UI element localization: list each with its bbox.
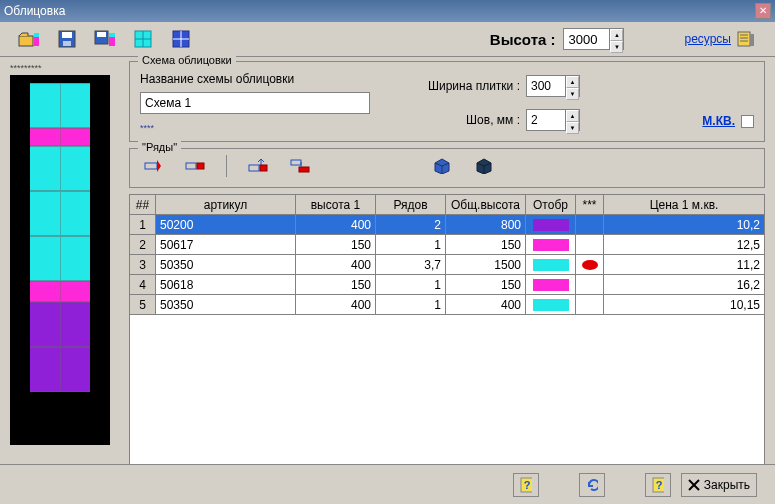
svg-rect-20 — [750, 34, 754, 46]
preview-panel: ********* — [0, 57, 125, 457]
col-star[interactable]: *** — [576, 195, 604, 215]
table-row[interactable]: 550350400140010,15 — [130, 295, 765, 315]
cell-price[interactable]: 16,2 — [604, 275, 765, 295]
svg-rect-9 — [109, 33, 115, 37]
svg-rect-21 — [145, 163, 157, 169]
table-row[interactable]: 3503504003,7150011,2 — [130, 255, 765, 275]
cell-art[interactable]: 50617 — [156, 235, 296, 255]
cell-art[interactable]: 50200 — [156, 215, 296, 235]
cell-color[interactable] — [526, 275, 576, 295]
cell-art[interactable]: 50618 — [156, 275, 296, 295]
cell-mark[interactable] — [576, 275, 604, 295]
spin-up-icon[interactable]: ▲ — [566, 110, 579, 122]
cell-price[interactable]: 11,2 — [604, 255, 765, 275]
cell-h1[interactable]: 150 — [296, 275, 376, 295]
refresh-button[interactable] — [579, 473, 605, 497]
resources-icon[interactable] — [735, 28, 757, 50]
grid-cyan-icon[interactable] — [132, 28, 154, 50]
row-num: 3 — [130, 255, 156, 275]
cell-mark[interactable] — [576, 215, 604, 235]
cell-mark[interactable] — [576, 255, 604, 275]
cell-h1[interactable]: 150 — [296, 235, 376, 255]
preview-tile — [30, 83, 90, 128]
cell-total[interactable]: 1500 — [446, 255, 526, 275]
save-icon[interactable] — [56, 28, 78, 50]
tile-width-input[interactable] — [527, 76, 565, 96]
svg-rect-7 — [97, 32, 106, 37]
cell-mark[interactable] — [576, 295, 604, 315]
mkv-link[interactable]: М.КВ. — [702, 114, 735, 128]
grid-blue-icon[interactable] — [170, 28, 192, 50]
footer: ? ? Закрыть — [0, 464, 775, 504]
seam-input[interactable] — [527, 110, 565, 130]
height-input[interactable] — [564, 29, 609, 49]
cell-price[interactable]: 10,2 — [604, 215, 765, 235]
window-title: Облицовка — [4, 4, 755, 18]
cell-rows[interactable]: 2 — [376, 215, 446, 235]
scheme-mini: **** — [140, 123, 390, 133]
row-copy-icon[interactable] — [289, 155, 311, 177]
svg-rect-4 — [62, 32, 72, 38]
cell-total[interactable]: 150 — [446, 235, 526, 255]
cell-h1[interactable]: 400 — [296, 215, 376, 235]
row-num: 2 — [130, 235, 156, 255]
package-icon[interactable] — [431, 155, 453, 177]
spin-up-icon[interactable]: ▲ — [566, 76, 579, 88]
table-row[interactable]: 450618150115016,2 — [130, 275, 765, 295]
toolbar-icons — [18, 28, 192, 50]
cell-rows[interactable]: 3,7 — [376, 255, 446, 275]
height-label: Высота : — [490, 31, 556, 48]
package-dark-icon[interactable] — [473, 155, 495, 177]
close-icon[interactable]: ✕ — [755, 3, 771, 19]
row-move-up-icon[interactable] — [247, 155, 269, 177]
spin-down-icon[interactable]: ▼ — [566, 122, 579, 134]
col-total[interactable]: Общ.высота — [446, 195, 526, 215]
cell-art[interactable]: 50350 — [156, 295, 296, 315]
seam-spinner[interactable]: ▲▼ — [526, 109, 580, 131]
cell-h1[interactable]: 400 — [296, 255, 376, 275]
svg-rect-26 — [291, 160, 301, 165]
cell-total[interactable]: 150 — [446, 275, 526, 295]
spin-down-icon[interactable]: ▼ — [566, 88, 579, 100]
row-insert-right-icon[interactable] — [184, 155, 206, 177]
col-num[interactable]: ## — [130, 195, 156, 215]
cell-rows[interactable]: 1 — [376, 275, 446, 295]
cell-total[interactable]: 800 — [446, 215, 526, 235]
cell-art[interactable]: 50350 — [156, 255, 296, 275]
help2-button[interactable]: ? — [645, 473, 671, 497]
cell-price[interactable]: 12,5 — [604, 235, 765, 255]
col-rows[interactable]: Рядов — [376, 195, 446, 215]
help-button[interactable]: ? — [513, 473, 539, 497]
col-h1[interactable]: высота 1 — [296, 195, 376, 215]
cell-color[interactable] — [526, 235, 576, 255]
cladding-window: Облицовка ✕ Высота : ▲▼ ресурсы ********… — [0, 0, 775, 504]
height-spinner[interactable]: ▲▼ — [563, 28, 624, 50]
cell-total[interactable]: 400 — [446, 295, 526, 315]
spin-up-icon[interactable]: ▲ — [610, 29, 623, 41]
table-row[interactable]: 250617150115012,5 — [130, 235, 765, 255]
col-price[interactable]: Цена 1 м.кв. — [604, 195, 765, 215]
mkv-checkbox[interactable] — [741, 115, 754, 128]
cell-h1[interactable]: 400 — [296, 295, 376, 315]
cell-price[interactable]: 10,15 — [604, 295, 765, 315]
col-art[interactable]: артикул — [156, 195, 296, 215]
cell-mark[interactable] — [576, 235, 604, 255]
table-row[interactable]: 150200400280010,2 — [130, 215, 765, 235]
spin-down-icon[interactable]: ▼ — [610, 41, 623, 53]
cell-color[interactable] — [526, 295, 576, 315]
scheme-name-input[interactable] — [140, 92, 370, 114]
cell-color[interactable] — [526, 255, 576, 275]
tile-width-spinner[interactable]: ▲▼ — [526, 75, 580, 97]
preview-tile — [30, 347, 90, 392]
cell-rows[interactable]: 1 — [376, 235, 446, 255]
right-pane: Схема облицовки Название схемы облицовки… — [125, 57, 775, 457]
close-button[interactable]: Закрыть — [681, 473, 757, 497]
col-disp[interactable]: Отобр — [526, 195, 576, 215]
resources-link[interactable]: ресурсы — [684, 32, 731, 46]
open-icon[interactable] — [18, 28, 40, 50]
cell-color[interactable] — [526, 215, 576, 235]
cell-rows[interactable]: 1 — [376, 295, 446, 315]
save-grid-icon[interactable] — [94, 28, 116, 50]
preview-tile — [30, 281, 90, 302]
row-delete-icon[interactable] — [142, 155, 164, 177]
